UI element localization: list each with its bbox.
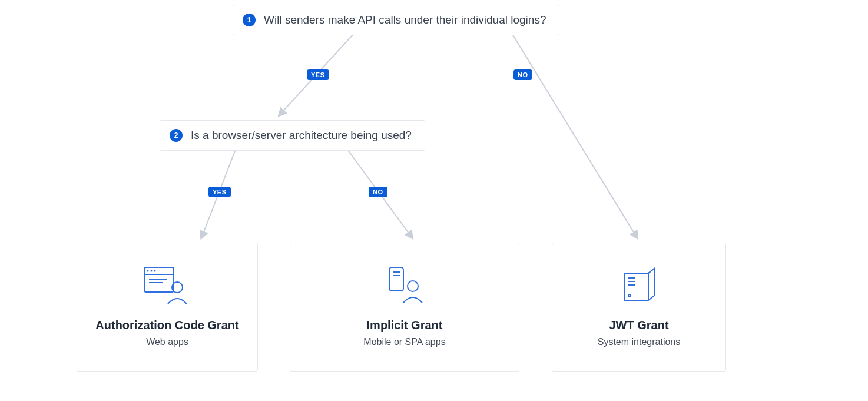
- card-auth-title: Authorization Code Grant: [89, 319, 246, 332]
- svg-point-19: [628, 294, 631, 297]
- svg-line-1: [512, 34, 637, 238]
- decision-2-text: Is a browser/server architecture being u…: [191, 129, 412, 142]
- card-auth-subtitle: Web apps: [89, 337, 246, 347]
- card-implicit-subtitle: Mobile or SPA apps: [302, 337, 507, 347]
- decision-2-number: 2: [170, 129, 183, 142]
- card-implicit-grant: Implicit Grant Mobile or SPA apps: [290, 243, 519, 372]
- d2-no-pill: NO: [369, 187, 387, 197]
- svg-point-6: [147, 270, 149, 272]
- decision-1-box: 1 Will senders make API calls under thei…: [233, 5, 559, 35]
- mobile-user-icon: [302, 261, 507, 308]
- server-icon: [564, 261, 714, 308]
- d1-no-pill: NO: [513, 69, 532, 80]
- card-implicit-title: Implicit Grant: [302, 319, 507, 332]
- svg-rect-12: [389, 267, 403, 291]
- card-jwt-subtitle: System integrations: [564, 337, 714, 347]
- decision-1-text: Will senders make API calls under their …: [264, 14, 546, 26]
- card-jwt-title: JWT Grant: [564, 319, 714, 332]
- d2-yes-pill: YES: [208, 187, 231, 197]
- svg-point-8: [154, 270, 156, 272]
- svg-point-15: [408, 281, 418, 291]
- decision-2-box: 2 Is a browser/server architecture being…: [160, 120, 425, 151]
- decision-1-number: 1: [243, 14, 256, 26]
- d1-yes-pill: YES: [307, 69, 329, 80]
- card-auth-code-grant: Authorization Code Grant Web apps: [77, 243, 258, 372]
- card-jwt-grant: JWT Grant System integrations: [552, 243, 726, 372]
- flowchart-stage: 1 Will senders make API calls under thei…: [0, 0, 868, 401]
- svg-point-7: [151, 270, 153, 272]
- browser-user-icon: [89, 261, 246, 308]
